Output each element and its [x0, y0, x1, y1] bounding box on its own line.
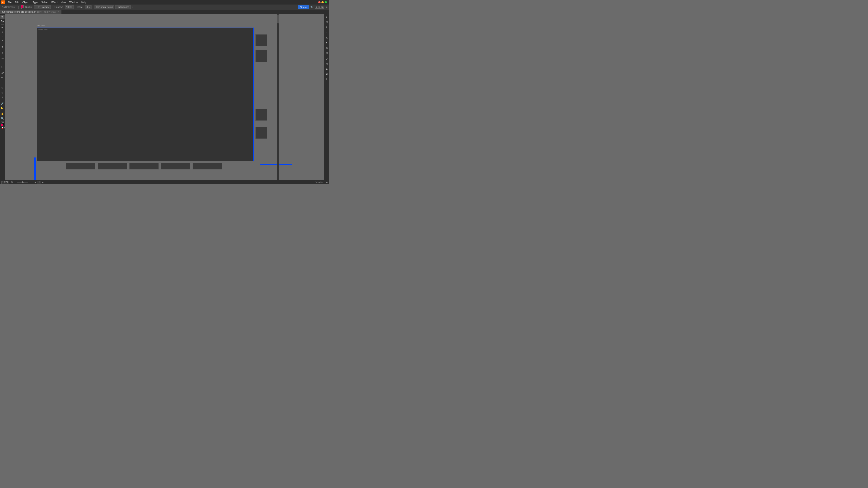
style-dot-icon [87, 6, 88, 8]
right-export-btn[interactable]: ↗ [325, 57, 329, 61]
measure-tool-btn[interactable]: 📐 [0, 106, 4, 110]
right-info-btn[interactable]: ℹ [325, 31, 329, 35]
anchor-convert-tool-btn[interactable]: ⌃ [0, 39, 4, 43]
right-transform-btn[interactable]: ⊙ [325, 46, 329, 50]
status-navigator-btn[interactable]: ▶ [326, 181, 328, 184]
window-close-btn[interactable] [318, 1, 320, 3]
menu-view[interactable]: View [59, 1, 68, 4]
pencil-tool-btn[interactable]: ✏ [0, 75, 4, 79]
gradient-mode-btn[interactable] [2, 127, 3, 129]
window-minimize-btn[interactable] [321, 1, 324, 3]
share-btn[interactable]: Share [298, 5, 309, 9]
toolbar: No Selection Stroke: 3 pt. Round ▾ Opaci… [0, 4, 329, 10]
page-input[interactable] [37, 181, 41, 184]
menu-select[interactable]: Select [40, 1, 50, 4]
document-setup-btn[interactable]: Document Setup [94, 5, 115, 9]
bottom-tab-5[interactable] [193, 163, 222, 169]
pen-tool-btn[interactable]: ✒ [0, 26, 4, 30]
direct-selection-tool-btn[interactable] [0, 20, 4, 24]
tab-filename: functionalScreens-pro-desktop.ai* [2, 11, 36, 13]
stroke-label: Stroke: [24, 6, 33, 8]
view-toggle-2-btn[interactable]: ⊟ [318, 6, 321, 8]
rotate-tool-btn[interactable]: ↻ [0, 86, 4, 90]
tool-sep-6 [1, 100, 4, 100]
menu-edit[interactable]: Edit [13, 1, 21, 4]
stroke-value-btn[interactable]: 3 pt. Round ▾ [34, 5, 51, 9]
eyedropper-tool-btn[interactable]: 💉 [0, 101, 4, 105]
navigate-prev-btn[interactable]: ◀ [35, 181, 36, 184]
search-btn[interactable]: 🔍 [310, 5, 314, 9]
artboard-label: Filename [37, 24, 45, 27]
right-pathfinder-btn[interactable]: ⊡ [325, 51, 329, 55]
zoom-in-btn[interactable]: + [29, 181, 30, 184]
hand-tool-btn[interactable]: ✋ [0, 112, 4, 116]
menu-window[interactable]: Window [68, 1, 80, 4]
window-maximize-btn[interactable] [324, 1, 327, 3]
menu-file[interactable]: File [6, 1, 13, 4]
menu-object[interactable]: Object [21, 1, 31, 4]
more-tools-btn[interactable]: ··· [1, 175, 3, 178]
rect-tool-btn[interactable]: ▭ [0, 56, 4, 60]
artboard-container: Filename workspace [37, 28, 274, 163]
artboard[interactable]: workspace [37, 28, 254, 161]
smooth-tool-btn[interactable]: ~ [0, 80, 4, 84]
right-stroke-btn[interactable]: ≡ [325, 77, 329, 81]
opacity-input[interactable] [65, 5, 74, 9]
ellipse-tool-btn[interactable]: ○ [0, 60, 4, 64]
artboard-name: Filename [37, 24, 45, 27]
right-para-btn[interactable]: ¶ [325, 41, 329, 45]
tab-mode: 100% (RGB/Preview) [37, 11, 57, 13]
color-swatch[interactable] [1, 123, 4, 126]
zoom-tool-btn[interactable]: 🔍 [0, 116, 4, 121]
navigate-next-btn[interactable]: ▶ [42, 181, 43, 184]
vertical-scrollbar[interactable] [277, 14, 279, 180]
stroke-value-text: 3 pt. Round [36, 6, 48, 8]
shear-tool-btn[interactable]: ⧸ [0, 95, 4, 99]
menu-type[interactable]: Type [31, 1, 39, 4]
preferences-dropdown-icon: ▾ [131, 6, 133, 8]
stroke-fill-indicator[interactable] [19, 5, 24, 9]
type-tool-btn[interactable]: T [0, 45, 4, 49]
selection-tool-btn[interactable] [0, 15, 4, 19]
vertical-scroll-thumb[interactable] [277, 14, 279, 24]
bottom-tab-2[interactable] [98, 163, 127, 169]
add-anchor-tool-btn[interactable]: + [0, 30, 4, 34]
view-toggle-3-btn[interactable]: ⊠ [321, 6, 324, 8]
none-mode-btn[interactable] [4, 127, 5, 129]
style-btn[interactable]: ▾ [85, 5, 92, 9]
tool-sep-5 [1, 85, 4, 85]
menu-effect[interactable]: Effect [50, 1, 59, 4]
scale-tool-btn[interactable]: ⤡ [0, 91, 4, 95]
right-layers-btn[interactable]: ≡ [325, 25, 329, 29]
bottom-tab-1[interactable] [66, 163, 95, 169]
view-toggle-1-btn[interactable]: ⊞ [315, 6, 318, 8]
brush-tool-btn[interactable]: 🖌 [0, 71, 4, 75]
normal-mode-btn[interactable] [0, 127, 1, 129]
canvas-area: Filename workspace [5, 14, 324, 180]
right-gradient-btn[interactable]: ▣ [325, 72, 329, 76]
zoom-input[interactable] [1, 181, 9, 184]
workspace-label: workspace [38, 28, 48, 31]
tab-close-btn[interactable]: ✕ [57, 11, 59, 13]
background-color[interactable] [1, 124, 3, 126]
right-char-btn[interactable]: A [325, 36, 329, 40]
document-tab[interactable]: functionalScreens-pro-desktop.ai* 100% (… [0, 10, 62, 14]
right-properties-btn[interactable]: ≡ [325, 15, 329, 19]
right-color-btn[interactable]: ◉ [325, 67, 329, 71]
zoom-slider[interactable] [17, 182, 28, 183]
preferences-btn[interactable]: Preferences [115, 5, 131, 9]
bottom-tab-4[interactable] [161, 163, 190, 169]
panel-toggle-btn[interactable]: ≡ [326, 6, 328, 8]
color-mode-btns [0, 127, 5, 129]
menu-help[interactable]: Help [80, 1, 88, 4]
zoom-out-btn[interactable]: − [15, 181, 17, 184]
remove-anchor-tool-btn[interactable]: − [0, 35, 4, 39]
right-artboards-btn[interactable]: ⊞ [325, 20, 329, 24]
zoom-slider-thumb[interactable] [22, 182, 24, 183]
line-tool-btn[interactable]: / [0, 51, 4, 55]
polygon-tool-btn[interactable]: ⬡ [0, 65, 4, 69]
blue-vertical-bar [34, 158, 36, 180]
menu-bar: Ai File Edit Object Type Select Effect V… [0, 0, 329, 4]
right-align-btn[interactable]: ⊞ [325, 62, 329, 66]
bottom-tab-3[interactable] [129, 163, 159, 169]
